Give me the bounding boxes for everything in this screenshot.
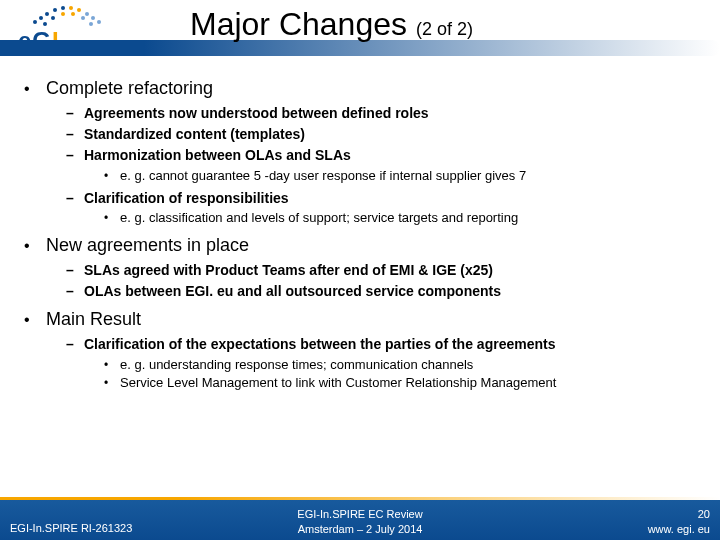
logo-dots-icon <box>33 2 103 27</box>
bullet-text: Main Result <box>46 309 141 329</box>
subbullet: Clarification of responsibilities e. g. … <box>66 189 696 227</box>
subsubbullet-text: e. g. classification and levels of suppo… <box>120 210 518 225</box>
footer-url: www. egi. eu <box>648 522 710 536</box>
subbullet: Harmonization between OLAs and SLAs e. g… <box>66 146 696 184</box>
footer-center-line1: EGI-In.SPIRE EC Review <box>297 507 422 521</box>
bullet-newagreements: New agreements in place SLAs agreed with… <box>24 233 696 301</box>
subsubbullet: Service Level Management to link with Cu… <box>104 374 696 392</box>
bullet-text: New agreements in place <box>46 235 249 255</box>
footer-page-number: 20 <box>648 507 710 521</box>
bullet-refactoring: Complete refactoring Agreements now unde… <box>24 76 696 227</box>
subbullet-text: Harmonization between OLAs and SLAs <box>84 147 351 163</box>
title-pager: (2 of 2) <box>416 19 473 39</box>
subbullet: OLAs between EGI. eu and all outsourced … <box>66 282 696 301</box>
subbullet: Clarification of the expectations betwee… <box>66 335 696 391</box>
subsubbullet: e. g. understanding response times; comm… <box>104 356 696 374</box>
subbullet-text: SLAs agreed with Product Teams after end… <box>84 262 493 278</box>
footer-center: EGI-In.SPIRE EC Review Amsterdam – 2 Jul… <box>297 507 422 536</box>
slide-footer: EGI-In.SPIRE RI-261323 EGI-In.SPIRE EC R… <box>0 500 720 540</box>
subbullet: SLAs agreed with Product Teams after end… <box>66 261 696 280</box>
slide-content: Complete refactoring Agreements now unde… <box>24 76 696 397</box>
title-text: Major Changes <box>190 6 416 42</box>
subsubbullet: e. g. classification and levels of suppo… <box>104 209 696 227</box>
subsubbullet-text: e. g. cannot guarantee 5 -day user respo… <box>120 168 526 183</box>
subsubbullet-text: e. g. understanding response times; comm… <box>120 357 473 372</box>
bullet-text: Complete refactoring <box>46 78 213 98</box>
footer-center-line2: Amsterdam – 2 July 2014 <box>297 522 422 536</box>
subsubbullet: e. g. cannot guarantee 5 -day user respo… <box>104 167 696 185</box>
subbullet-text: Clarification of responsibilities <box>84 190 289 206</box>
slide-header: eGI Major Changes (2 of 2) <box>0 0 720 60</box>
subbullet-text: Standardized content (templates) <box>84 126 305 142</box>
subbullet: Standardized content (templates) <box>66 125 696 144</box>
slide-title: Major Changes (2 of 2) <box>190 6 473 43</box>
subbullet: Agreements now understood between define… <box>66 104 696 123</box>
footer-right: 20 www. egi. eu <box>648 507 710 536</box>
subbullet-text: Agreements now understood between define… <box>84 105 429 121</box>
subsubbullet-text: Service Level Management to link with Cu… <box>120 375 556 390</box>
footer-left: EGI-In.SPIRE RI-261323 <box>10 522 132 534</box>
subbullet-text: OLAs between EGI. eu and all outsourced … <box>84 283 501 299</box>
bullet-mainresult: Main Result Clarification of the expecta… <box>24 307 696 391</box>
subbullet-text: Clarification of the expectations betwee… <box>84 336 555 352</box>
